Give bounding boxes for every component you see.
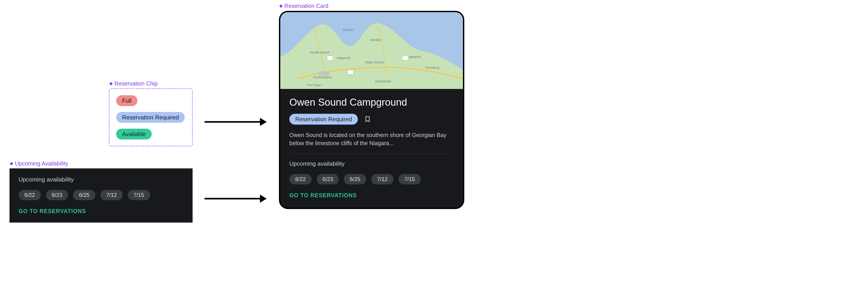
availability-heading: Upcoming availability	[19, 176, 184, 183]
map-place-label: Meaford	[409, 55, 421, 59]
arrow-icon	[204, 115, 267, 129]
arrow-icon	[204, 192, 267, 206]
map-place-label: Owen Sound	[365, 61, 383, 64]
map-place-label: Chatsworth	[375, 79, 391, 83]
map-place-label: Port Elgin	[307, 83, 321, 87]
label-text: Upcoming Availability	[15, 160, 68, 167]
svg-rect-7	[402, 56, 408, 60]
diamond-icon	[9, 161, 13, 166]
divider	[289, 154, 454, 154]
map-place-label: Kemble	[370, 38, 381, 42]
map-place-label: Hepworth	[337, 56, 350, 60]
label-text: Reservation Card	[284, 3, 329, 9]
date-chip[interactable]: 7/12	[100, 190, 123, 200]
map-place-label: Wiarton	[343, 28, 353, 32]
component-label-reservation-card: Reservation Card	[279, 3, 329, 9]
component-label-upcoming-availability: Upcoming Availability	[9, 160, 68, 167]
date-chip[interactable]: 7/15	[128, 190, 150, 200]
reservation-chip-panel: Full Reservation Required Available	[109, 88, 193, 146]
svg-marker-3	[260, 194, 267, 203]
availability-dates: 6/22 6/23 6/25 7/12 7/15	[19, 190, 184, 200]
component-label-reservation-chip: Reservation Chip	[109, 80, 158, 87]
date-chip[interactable]: 6/22	[19, 190, 41, 200]
svg-marker-1	[260, 118, 267, 126]
card-go-to-reservations-link[interactable]: GO TO RESERVATIONS	[289, 192, 454, 199]
go-to-reservations-link[interactable]: GO TO RESERVATIONS	[19, 208, 184, 214]
date-chip[interactable]: 6/22	[289, 174, 312, 184]
card-description: Owen Sound is located on the southern sh…	[289, 131, 454, 147]
bookmark-icon[interactable]	[364, 116, 371, 122]
card-status-chip[interactable]: Reservation Required	[289, 114, 358, 124]
diamond-icon	[109, 82, 113, 86]
card-title: Owen Sound Campground	[289, 97, 454, 108]
reservation-card: Wiarton Kemble Sauble Beach Hepworth Owe…	[279, 11, 464, 209]
upcoming-availability-panel: Upcoming availability 6/22 6/23 6/25 7/1…	[9, 169, 193, 223]
date-chip[interactable]: 7/12	[371, 174, 394, 184]
map-place-label: Southampton	[313, 75, 332, 79]
map-place-label: Thornbury	[425, 66, 439, 70]
label-text: Reservation Chip	[114, 80, 158, 87]
date-chip[interactable]: 6/25	[73, 190, 95, 200]
card-availability-dates: 6/22 6/23 6/25 7/12 7/15	[289, 174, 454, 184]
svg-rect-6	[327, 56, 333, 60]
date-chip[interactable]: 6/23	[317, 174, 339, 184]
svg-rect-8	[348, 70, 353, 74]
diamond-icon	[279, 4, 283, 8]
chip-reservation-required[interactable]: Reservation Required	[116, 112, 185, 123]
chip-available[interactable]: Available	[116, 129, 152, 140]
map-place-label: Sauble Beach	[310, 50, 329, 54]
map-image: Wiarton Kemble Sauble Beach Hepworth Owe…	[280, 12, 463, 89]
chip-full[interactable]: Full	[116, 95, 137, 106]
date-chip[interactable]: 6/25	[344, 174, 366, 184]
date-chip[interactable]: 7/15	[399, 174, 421, 184]
date-chip[interactable]: 6/23	[46, 190, 68, 200]
card-availability-heading: Upcoming availability	[289, 160, 454, 167]
